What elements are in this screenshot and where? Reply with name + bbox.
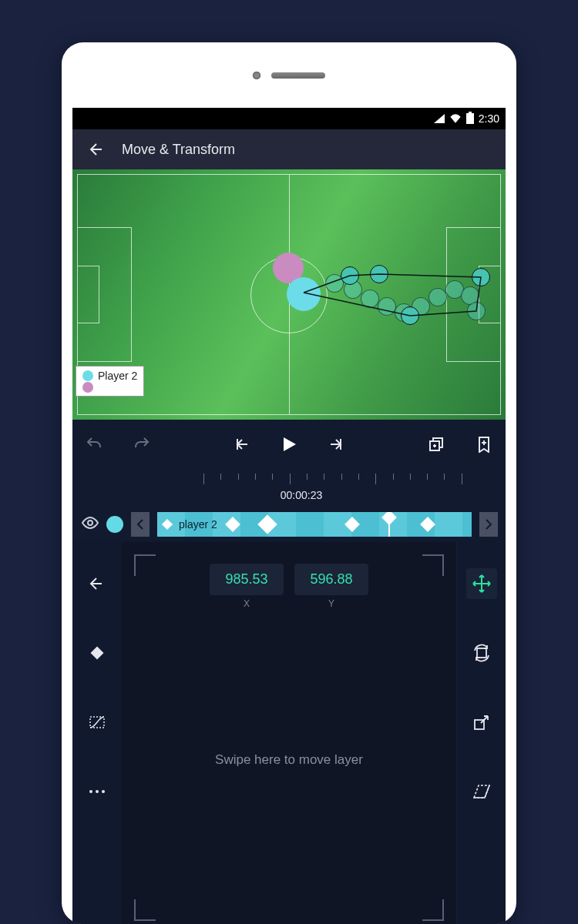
back-button[interactable] xyxy=(85,140,109,159)
tablet-frame: 2:30 Move & Transform xyxy=(62,42,516,924)
keyframe-marker[interactable] xyxy=(162,519,173,530)
status-time: 2:30 xyxy=(479,112,499,125)
playback-toolbar xyxy=(72,420,506,469)
y-value-input[interactable]: 596.88 xyxy=(294,564,368,595)
left-tool-column xyxy=(72,542,122,924)
path-node[interactable] xyxy=(378,297,396,316)
frame-corner-icon xyxy=(422,899,444,921)
next-keyframe-button[interactable] xyxy=(324,435,349,454)
video-preview[interactable]: Player 2 xyxy=(72,169,506,420)
app-bar: Move & Transform xyxy=(72,129,506,169)
bookmark-add-button[interactable] xyxy=(472,436,496,453)
keyframe-marker[interactable] xyxy=(225,517,240,532)
timeline-scroll-right[interactable] xyxy=(479,512,498,537)
svg-rect-0 xyxy=(466,113,474,124)
wifi-icon xyxy=(449,112,462,126)
status-bar: 2:30 xyxy=(72,108,506,129)
transform-panel: 985.53 X 596.88 Y Swipe here to move lay… xyxy=(72,542,506,924)
easing-tool-button[interactable] xyxy=(82,707,113,738)
timecode-value: 00:00:23 xyxy=(281,489,323,501)
legend-swatch-pink xyxy=(82,382,93,393)
clip-label: player 2 xyxy=(179,518,217,531)
path-node[interactable] xyxy=(428,288,447,306)
svg-rect-5 xyxy=(91,647,104,660)
redo-button[interactable] xyxy=(129,435,154,454)
svg-point-7 xyxy=(89,790,92,793)
timeline-scroll-left[interactable] xyxy=(131,512,150,537)
path-keynode[interactable] xyxy=(472,268,490,286)
svg-rect-1 xyxy=(469,112,472,113)
visibility-toggle[interactable] xyxy=(82,514,99,534)
timeline-ruler[interactable] xyxy=(72,469,506,489)
device-speaker-row xyxy=(62,42,516,108)
path-node[interactable] xyxy=(361,290,379,308)
player-marker-cyan[interactable] xyxy=(287,277,321,311)
keyframe-tool-button[interactable] xyxy=(82,638,113,668)
path-keynode[interactable] xyxy=(370,265,388,283)
scale-tool-button[interactable] xyxy=(466,707,497,738)
undo-button[interactable] xyxy=(82,435,106,454)
legend-panel: Player 2 xyxy=(76,366,144,397)
keyframe-marker-active[interactable] xyxy=(257,514,277,534)
path-node[interactable] xyxy=(467,302,486,320)
svg-point-9 xyxy=(102,790,105,793)
app-screen: 2:30 Move & Transform xyxy=(72,108,506,924)
svg-rect-10 xyxy=(477,648,486,658)
more-button[interactable] xyxy=(82,776,113,807)
x-value-input[interactable]: 985.53 xyxy=(210,564,284,595)
page-title: Move & Transform xyxy=(122,142,235,158)
right-tool-column xyxy=(456,542,506,924)
duplicate-button[interactable] xyxy=(424,436,449,453)
keyframe-marker[interactable] xyxy=(344,517,360,532)
x-axis-label: X xyxy=(210,598,284,609)
device-speaker xyxy=(271,72,325,79)
keyframe-marker[interactable] xyxy=(420,517,435,532)
skew-tool-button[interactable] xyxy=(466,776,497,807)
transform-touchpad[interactable]: 985.53 X 596.88 Y Swipe here to move lay… xyxy=(122,542,456,924)
timeline-clip[interactable]: player 2 xyxy=(157,512,472,537)
svg-point-4 xyxy=(88,521,92,525)
frame-corner-icon xyxy=(134,899,156,921)
playhead[interactable] xyxy=(388,512,390,537)
frame-corner-icon xyxy=(422,554,444,576)
device-camera xyxy=(253,72,260,79)
svg-point-8 xyxy=(96,790,99,793)
frame-corner-icon xyxy=(134,554,156,576)
rotate-tool-button[interactable] xyxy=(466,638,497,668)
battery-icon xyxy=(466,112,474,126)
path-keynode[interactable] xyxy=(341,266,359,285)
svg-marker-2 xyxy=(284,437,296,451)
panel-back-button[interactable] xyxy=(82,568,113,599)
prev-keyframe-button[interactable] xyxy=(229,435,254,454)
timeline-track: player 2 xyxy=(72,509,506,540)
legend-swatch-cyan xyxy=(82,370,93,381)
y-axis-label: Y xyxy=(294,598,368,609)
path-keynode[interactable] xyxy=(401,306,419,325)
legend-label-player2: Player 2 xyxy=(98,370,137,382)
swipe-hint-label: Swipe here to move layer xyxy=(122,752,456,768)
move-tool-button[interactable] xyxy=(466,568,497,599)
signal-icon xyxy=(434,114,445,123)
timecode-display: 00:00:23 xyxy=(72,489,506,509)
play-button[interactable] xyxy=(277,436,301,453)
layer-color-dot[interactable] xyxy=(106,516,123,533)
